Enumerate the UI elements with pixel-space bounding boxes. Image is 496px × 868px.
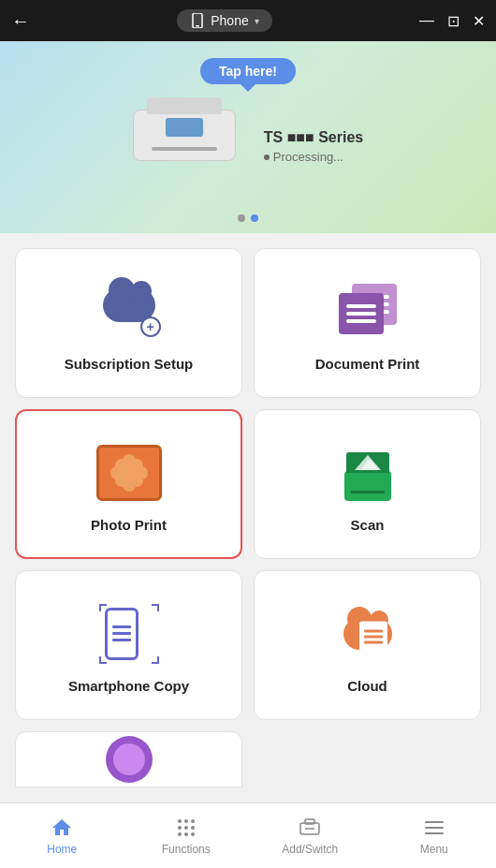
dot-1[interactable] [238, 214, 245, 222]
minimize-button[interactable]: — [419, 12, 434, 29]
printer-name: TS ■■■ Series [264, 129, 363, 146]
functions-nav-label: Functions [162, 843, 211, 856]
bottom-nav: Home Functions Add/Switch Menu [0, 802, 496, 868]
photo-print-icon [96, 445, 162, 501]
home-icon [51, 817, 73, 839]
document-print-icon [335, 284, 401, 340]
svg-point-6 [184, 826, 188, 830]
add-switch-icon [299, 817, 321, 839]
svg-point-4 [191, 819, 195, 823]
photo-print-label: Photo Print [91, 517, 167, 533]
chevron-down-icon: ▾ [255, 16, 259, 26]
printer-body [133, 110, 236, 161]
document-print-icon-wrap [335, 279, 401, 345]
svg-point-8 [178, 832, 182, 836]
corner-br-icon [152, 656, 159, 664]
restore-button[interactable]: ⊡ [447, 12, 460, 30]
close-button[interactable]: ✕ [473, 12, 485, 30]
cloud-label: Cloud [347, 678, 387, 694]
device-name-label: Phone [211, 13, 248, 28]
smartphone-copy-icon-wrap [96, 601, 162, 667]
subscription-setup-icon: + [96, 279, 162, 345]
nav-item-menu[interactable]: Menu [372, 809, 497, 863]
title-bar-controls: — ⊡ ✕ [419, 12, 485, 30]
partial-icon [106, 736, 153, 783]
subscription-setup-card[interactable]: + Subscription Setup [15, 248, 242, 398]
corner-tr-icon [152, 604, 159, 611]
dot-2[interactable] [251, 214, 258, 222]
printer-top [147, 97, 222, 114]
tap-bubble: Tap here! [200, 58, 296, 84]
svg-point-2 [178, 819, 182, 823]
hero-banner[interactable]: Tap here! TS ■■■ Series Processing... [0, 41, 496, 233]
photo-print-icon-wrap [96, 440, 162, 506]
svg-rect-12 [305, 819, 314, 824]
menu-nav-label: Menu [420, 843, 448, 856]
scan-icon-wrap [335, 440, 401, 506]
bottom-partial-row [15, 731, 481, 787]
svg-point-5 [178, 826, 182, 830]
smartphone-copy-card[interactable]: Smartphone Copy [15, 570, 242, 720]
cloud-icon [335, 606, 401, 662]
home-nav-label: Home [47, 843, 77, 856]
nav-item-home[interactable]: Home [0, 809, 124, 863]
carousel-dots [238, 214, 258, 222]
functions-icon [175, 817, 197, 839]
document-print-card[interactable]: Document Print [254, 248, 481, 398]
cloud-icon-wrap [335, 601, 401, 667]
scan-icon [340, 445, 396, 501]
partial-card[interactable] [15, 731, 242, 787]
svg-point-7 [191, 826, 195, 830]
smartphone-copy-label: Smartphone Copy [68, 678, 189, 694]
subscription-setup-label: Subscription Setup [65, 356, 194, 372]
svg-point-9 [184, 832, 188, 836]
scan-card[interactable]: Scan [254, 409, 481, 559]
title-bar-left: ← [11, 10, 30, 32]
printer-details: TS ■■■ Series Processing... [264, 129, 363, 164]
printer-slot [152, 147, 217, 151]
cloud-card[interactable]: Cloud [254, 570, 481, 720]
features-grid: + Subscription Setup [15, 248, 481, 720]
printer-image [133, 110, 245, 184]
document-print-label: Document Print [315, 356, 420, 372]
svg-rect-1 [196, 25, 199, 27]
svg-point-10 [191, 832, 195, 836]
printer-status: Processing... [264, 150, 363, 164]
printer-info-container: TS ■■■ Series Processing... [133, 110, 363, 184]
corner-bl-icon [99, 656, 107, 664]
nav-item-add-switch[interactable]: Add/Switch [248, 809, 372, 863]
smartphone-copy-icon [99, 604, 159, 664]
empty-space [254, 731, 481, 787]
svg-point-3 [184, 819, 188, 823]
phone-icon [190, 13, 205, 28]
status-dot-icon [264, 154, 270, 160]
title-bar: ← Phone ▾ — ⊡ ✕ [0, 0, 496, 41]
photo-print-card[interactable]: Photo Print [15, 409, 242, 559]
device-selector[interactable]: Phone ▾ [177, 9, 271, 32]
corner-tl-icon [99, 604, 107, 611]
printer-screen [166, 118, 203, 137]
add-switch-nav-label: Add/Switch [282, 843, 338, 856]
back-button[interactable]: ← [11, 10, 30, 32]
scan-label: Scan [351, 517, 385, 533]
cloud-plus-icon: + [99, 288, 159, 335]
menu-icon [423, 817, 445, 839]
flower-icon [110, 454, 148, 492]
nav-item-functions[interactable]: Functions [124, 809, 249, 863]
main-content: + Subscription Setup [0, 233, 496, 802]
